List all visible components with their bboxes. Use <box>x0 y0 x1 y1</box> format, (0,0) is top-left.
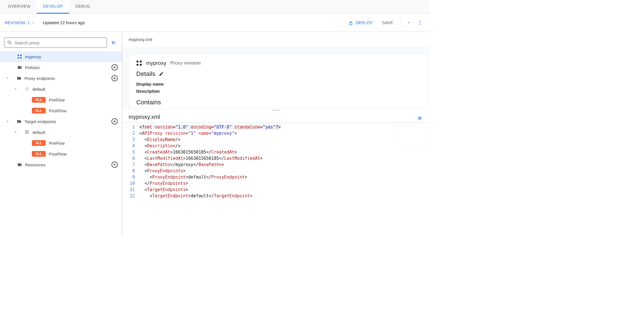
svg-rect-19 <box>137 64 138 66</box>
tree-item-proxy-postflow[interactable]: ALL PostFlow <box>0 105 122 116</box>
updated-text: Updated 22 hours ago <box>43 20 85 25</box>
deploy-label: DEPLOY <box>356 20 373 25</box>
revision-label: REVISION: 1 <box>5 20 30 25</box>
dropdown-icon <box>407 21 411 25</box>
resize-handle[interactable] <box>122 109 429 112</box>
tree-item-label: Resources <box>25 162 112 167</box>
breadcrumb: myproxy.xml <box>122 32 429 47</box>
tree-item-target-postflow[interactable]: ALL PostFlow <box>0 148 122 159</box>
search-input-wrapper[interactable] <box>4 38 107 48</box>
tree-item-label: PostFlow <box>49 152 118 156</box>
svg-rect-5 <box>20 55 22 56</box>
tree-item-label: PostFlow <box>49 108 118 113</box>
add-proxy-endpoint-button[interactable]: + <box>112 75 118 81</box>
chevron-down-icon <box>14 87 18 91</box>
contains-heading: Contains <box>136 99 422 106</box>
tree-item-label: Proxy endpoints <box>24 76 112 81</box>
tree-item-label: PreFlow <box>49 141 118 146</box>
more-menu-button[interactable] <box>416 18 425 27</box>
minimap[interactable] <box>399 124 427 148</box>
svg-rect-11 <box>25 132 26 133</box>
deploy-icon <box>348 20 353 25</box>
divider <box>401 19 401 27</box>
svg-rect-16 <box>28 133 29 134</box>
revision-dropdown[interactable]: REVISION: 1 <box>5 20 35 25</box>
page-tabs: OVERVIEW DEVELOP DEBUG <box>0 0 429 14</box>
line-gutter: 123456789101112 <box>122 123 138 200</box>
all-badge: ALL <box>32 151 46 157</box>
editor-tab-title: myproxy.xml <box>129 114 160 120</box>
tree-item-proxy-preflow[interactable]: ALL PreFlow <box>0 94 122 105</box>
tree-item-policies[interactable]: Policies + <box>0 62 122 73</box>
add-policy-button[interactable]: + <box>112 64 118 71</box>
svg-rect-9 <box>26 131 27 131</box>
edit-icon[interactable] <box>159 71 164 76</box>
tree-item-label: PreFlow <box>49 98 118 102</box>
tab-debug[interactable]: DEBUG <box>69 0 96 14</box>
add-resource-button[interactable]: + <box>112 162 118 168</box>
svg-point-2 <box>420 22 421 23</box>
svg-rect-4 <box>18 55 19 56</box>
toolbar: REVISION: 1 Updated 22 hours ago DEPLOY … <box>0 14 429 32</box>
code-content[interactable]: <?xml version="1.0" encoding="UTF-8" sta… <box>138 123 429 200</box>
card-subtitle: Proxy revision <box>170 60 201 66</box>
add-target-endpoint-button[interactable]: + <box>112 118 118 125</box>
save-dropdown-button[interactable] <box>404 18 413 27</box>
content-pane: myproxy.xml myproxy Proxy revision Detai… <box>122 32 429 237</box>
chevron-down-icon <box>14 130 18 134</box>
tab-overview[interactable]: OVERVIEW <box>2 0 37 14</box>
chevron-down-icon <box>6 76 10 80</box>
tree-item-target-endpoints[interactable]: Target endpoints + <box>0 116 122 127</box>
details-heading: Details <box>136 70 155 78</box>
svg-rect-13 <box>28 132 29 133</box>
svg-rect-17 <box>137 61 138 62</box>
folder-icon <box>16 76 22 80</box>
tree-item-label: default <box>32 87 118 92</box>
all-badge: ALL <box>32 140 46 146</box>
svg-rect-14 <box>25 133 26 134</box>
tree-item-target-default[interactable]: default <box>0 127 122 138</box>
all-badge: ALL <box>32 108 46 113</box>
collapse-icon <box>111 40 117 45</box>
apps-icon <box>24 130 30 134</box>
tab-develop[interactable]: DEVELOP <box>37 0 69 14</box>
svg-rect-7 <box>20 57 22 59</box>
details-display-name: Display name <box>136 80 422 88</box>
tree-item-proxy-default[interactable]: default <box>0 84 122 94</box>
card-title: myproxy <box>146 60 166 66</box>
save-button[interactable]: SAVE <box>378 18 397 27</box>
tree-item-resources[interactable]: Resources + <box>0 159 122 170</box>
sidebar: myproxy Policies + Proxy endpoints + def… <box>0 32 122 237</box>
svg-rect-12 <box>26 132 27 133</box>
tree-item-label: myproxy <box>25 54 118 59</box>
dropdown-icon <box>31 21 35 24</box>
svg-rect-8 <box>25 131 26 131</box>
tree-item-target-preflow[interactable]: ALL PreFlow <box>0 138 122 148</box>
search-input[interactable] <box>15 40 104 45</box>
svg-point-3 <box>420 24 421 24</box>
all-badge: ALL <box>32 97 46 103</box>
svg-rect-18 <box>140 61 142 62</box>
more-vert-icon <box>418 20 423 25</box>
svg-rect-6 <box>18 57 19 59</box>
tree-item-myproxy[interactable]: myproxy <box>0 51 122 62</box>
folder-icon <box>16 65 23 70</box>
folder-icon <box>16 119 22 124</box>
folder-icon <box>16 162 23 167</box>
svg-rect-20 <box>140 64 142 66</box>
details-description: Description <box>136 88 422 95</box>
svg-point-1 <box>420 21 421 22</box>
tree-item-label: Policies <box>25 65 112 70</box>
chevron-down-icon <box>6 119 10 123</box>
tree-item-label: default <box>32 130 118 135</box>
svg-rect-10 <box>28 131 29 131</box>
endpoint-icon <box>24 87 30 91</box>
deploy-button[interactable]: DEPLOY <box>345 18 376 27</box>
tree-item-proxy-endpoints[interactable]: Proxy endpoints + <box>0 73 122 84</box>
details-card: myproxy Proxy revision Details Display n… <box>129 54 429 109</box>
code-editor[interactable]: 123456789101112 <?xml version="1.0" enco… <box>122 123 429 200</box>
collapse-editor-button[interactable] <box>417 114 423 120</box>
collapse-sidebar-button[interactable] <box>110 39 118 47</box>
svg-rect-15 <box>26 133 27 134</box>
search-icon <box>7 40 12 45</box>
